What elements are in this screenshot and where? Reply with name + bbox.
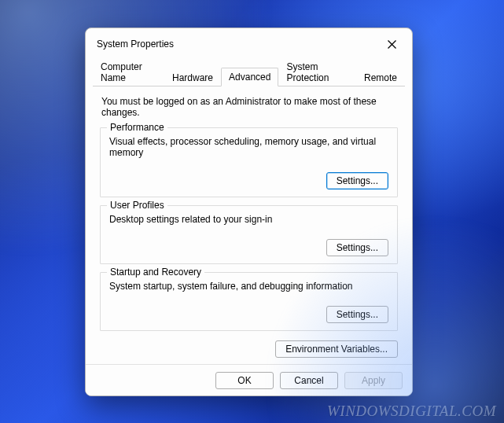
group-performance-desc: Visual effects, processor scheduling, me…: [109, 136, 388, 158]
apply-button[interactable]: Apply: [344, 372, 403, 389]
group-startup-recovery-legend: Startup and Recovery: [107, 267, 204, 278]
group-startup-recovery-desc: System startup, system failure, and debu…: [109, 281, 388, 292]
group-user-profiles-actions: Settings...: [109, 239, 388, 256]
group-user-profiles-desc: Desktop settings related to your sign-in: [109, 214, 388, 225]
performance-settings-button[interactable]: Settings...: [326, 172, 388, 189]
tab-hardware[interactable]: Hardware: [164, 68, 221, 86]
admin-notice: You must be logged on as an Administrato…: [101, 96, 396, 118]
environment-variables-row: Environment Variables...: [100, 340, 398, 358]
cancel-button[interactable]: Cancel: [280, 372, 338, 389]
environment-variables-button[interactable]: Environment Variables...: [275, 340, 398, 358]
tabs-container: Computer Name Hardware Advanced System P…: [86, 57, 412, 86]
tab-system-protection[interactable]: System Protection: [278, 57, 356, 86]
watermark: WindowsDigital.com: [327, 403, 496, 420]
group-performance: Performance Visual effects, processor sc…: [100, 127, 398, 197]
group-performance-legend: Performance: [107, 122, 167, 133]
close-icon: [388, 40, 396, 49]
group-startup-recovery-actions: Settings...: [109, 306, 388, 323]
tab-content-advanced: You must be logged on as an Administrato…: [86, 86, 412, 364]
dialog-title: System Properties: [97, 39, 174, 50]
group-startup-recovery: Startup and Recovery System startup, sys…: [100, 272, 398, 331]
system-properties-dialog: System Properties Computer Name Hardware…: [85, 28, 413, 396]
tab-advanced[interactable]: Advanced: [221, 68, 278, 86]
watermark-text: WindowsDigital.com: [327, 403, 496, 419]
close-button[interactable]: [381, 35, 403, 53]
tab-remote[interactable]: Remote: [356, 68, 405, 86]
dialog-footer: OK Cancel Apply: [86, 364, 412, 396]
startup-recovery-settings-button[interactable]: Settings...: [326, 306, 388, 323]
tab-computer-name[interactable]: Computer Name: [93, 57, 164, 86]
tab-strip: Computer Name Hardware Advanced System P…: [93, 57, 405, 86]
group-performance-actions: Settings...: [109, 172, 388, 189]
ok-button[interactable]: OK: [215, 372, 274, 389]
titlebar: System Properties: [86, 28, 412, 57]
group-user-profiles-legend: User Profiles: [107, 200, 167, 211]
group-user-profiles: User Profiles Desktop settings related t…: [100, 205, 398, 264]
user-profiles-settings-button[interactable]: Settings...: [326, 239, 388, 256]
